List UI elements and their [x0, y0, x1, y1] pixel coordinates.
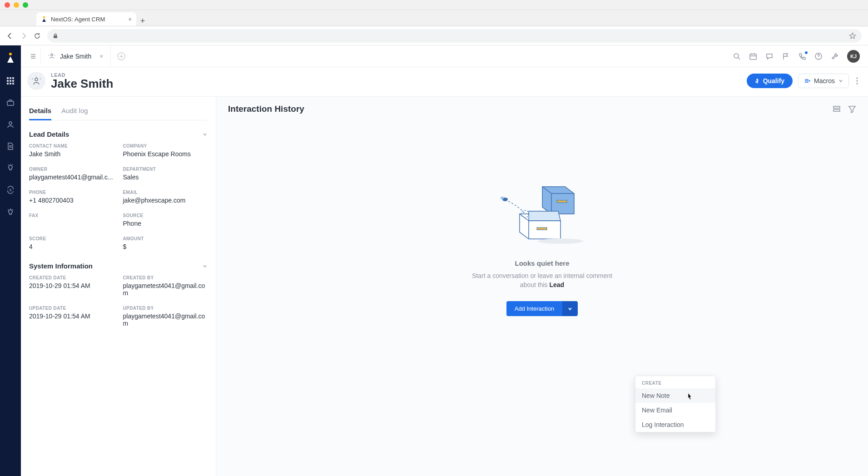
add-interaction-chevron[interactable] — [562, 301, 578, 316]
search-icon[interactable] — [733, 52, 741, 60]
record-name: Jake Smith — [51, 78, 113, 89]
empty-state-subtitle: Start a conversation or leave an interna… — [465, 272, 620, 289]
chat-icon[interactable] — [765, 52, 774, 60]
more-vertical-icon[interactable] — [854, 75, 860, 86]
svg-rect-27 — [557, 200, 567, 203]
svg-rect-5 — [12, 77, 14, 79]
svg-point-20 — [818, 58, 818, 58]
dropdown-item-log-interaction[interactable]: Log Interaction — [635, 417, 715, 432]
close-window-dot[interactable] — [5, 2, 10, 8]
dropdown-header: CREATE — [635, 376, 715, 388]
lightbulb-icon[interactable] — [6, 164, 15, 173]
empty-illustration — [492, 182, 592, 250]
dropdown-item-new-note[interactable]: New Note — [635, 388, 715, 403]
apps-grid-icon[interactable] — [6, 76, 15, 85]
tab-audit-log[interactable]: Audit log — [61, 104, 88, 120]
close-tab-icon[interactable]: × — [128, 16, 132, 23]
empty-state: Looks quiet here Start a conversation or… — [228, 182, 856, 316]
browser-toolbar — [0, 26, 868, 45]
svg-point-13 — [9, 122, 12, 124]
svg-rect-3 — [7, 77, 9, 79]
svg-rect-7 — [10, 80, 11, 82]
add-record-tab[interactable] — [111, 52, 132, 61]
forward-icon[interactable] — [20, 32, 27, 40]
svg-rect-25 — [833, 106, 840, 108]
calendar-icon[interactable] — [749, 52, 757, 60]
interaction-history-title: Interaction History — [228, 104, 304, 114]
field-owner: OWNERplaygametest4041@gmail.c... — [29, 167, 114, 181]
dropdown-item-new-email[interactable]: New Email — [635, 403, 715, 417]
notification-dot — [805, 51, 808, 54]
app-logo[interactable] — [5, 52, 16, 64]
reload-icon[interactable] — [34, 32, 41, 40]
user-avatar[interactable]: KJ — [847, 50, 860, 63]
svg-rect-12 — [7, 101, 14, 105]
macros-button[interactable]: Macros — [798, 74, 849, 88]
add-interaction-button[interactable]: Add Interaction — [506, 301, 562, 316]
svg-rect-28 — [537, 228, 547, 230]
minimize-window-dot[interactable] — [14, 2, 19, 8]
record-tab[interactable]: Jake Smith × — [41, 45, 111, 67]
new-browser-tab[interactable]: + — [136, 16, 149, 26]
section-lead-details[interactable]: Lead Details — [29, 128, 208, 144]
browser-tab[interactable]: NextOS: Agent CRM × — [36, 12, 136, 26]
document-icon[interactable] — [6, 142, 15, 151]
person-icon[interactable] — [6, 120, 15, 129]
svg-point-30 — [501, 197, 504, 199]
maximize-window-dot[interactable] — [23, 2, 28, 8]
record-tab-bar: Jake Smith × KJ — [21, 45, 868, 67]
refresh-money-icon[interactable]: $ — [6, 185, 15, 194]
back-icon[interactable] — [6, 32, 14, 40]
list-view-icon[interactable] — [25, 49, 41, 64]
add-interaction-split-button: Add Interaction — [506, 301, 578, 316]
field-score: SCORE4 — [29, 236, 114, 250]
layout-toggle-icon[interactable] — [833, 105, 841, 113]
svg-rect-8 — [12, 80, 14, 82]
svg-rect-10 — [10, 83, 11, 84]
phone-icon[interactable] — [798, 52, 806, 60]
svg-point-32 — [538, 238, 583, 244]
flag-icon[interactable] — [782, 52, 790, 60]
qualify-button[interactable]: Qualify — [747, 74, 793, 88]
section-system-info[interactable]: System Information — [29, 259, 208, 275]
field-amount: AMOUNT$ — [123, 236, 208, 250]
svg-rect-26 — [833, 109, 840, 111]
tab-details[interactable]: Details — [29, 104, 51, 120]
bookmark-star-icon[interactable] — [849, 32, 856, 40]
mac-titlebar — [0, 0, 868, 10]
svg-point-23 — [856, 80, 858, 81]
svg-rect-11 — [12, 83, 14, 84]
svg-point-24 — [856, 83, 858, 84]
app-rail: $ — [0, 45, 21, 476]
filter-icon[interactable] — [848, 105, 856, 113]
field-updated-by: UPDATED BYplaygametest4041@gmail.com — [123, 306, 208, 327]
briefcase-icon[interactable] — [6, 98, 15, 107]
address-bar[interactable] — [47, 29, 862, 43]
svg-rect-9 — [7, 83, 9, 84]
record-type-icon — [27, 72, 45, 90]
field-phone: PHONE+1 4802700403 — [29, 190, 114, 204]
close-record-tab-icon[interactable]: × — [99, 53, 103, 60]
svg-point-2 — [9, 53, 12, 55]
chevron-down-icon — [202, 263, 208, 269]
svg-point-21 — [35, 78, 38, 81]
help-icon[interactable] — [814, 52, 823, 60]
svg-rect-18 — [750, 54, 756, 60]
wrench-icon[interactable] — [831, 52, 839, 60]
field-email: EMAILjake@phxescape.com — [123, 190, 208, 204]
cursor-pointer-icon — [685, 392, 694, 402]
browser-tab-strip: NextOS: Agent CRM × + — [0, 10, 868, 26]
svg-rect-4 — [10, 77, 11, 79]
field-contact-name: CONTACT NAMEJake Smith — [29, 144, 114, 158]
record-header: LEAD Jake Smith Qualify Macros — [21, 67, 868, 97]
empty-state-title: Looks quiet here — [515, 259, 569, 267]
details-pane: Details Audit log Lead Details CONTACT N… — [21, 97, 216, 476]
left-tabs: Details Audit log — [29, 104, 208, 120]
create-dropdown: CREATE New Note New Email Log Interactio… — [635, 376, 716, 432]
lead-tab-icon — [48, 53, 55, 60]
svg-point-0 — [43, 16, 45, 18]
chevron-down-icon — [202, 132, 208, 137]
svg-point-15 — [51, 54, 53, 55]
svg-point-17 — [734, 54, 739, 58]
target-icon[interactable] — [6, 207, 15, 216]
